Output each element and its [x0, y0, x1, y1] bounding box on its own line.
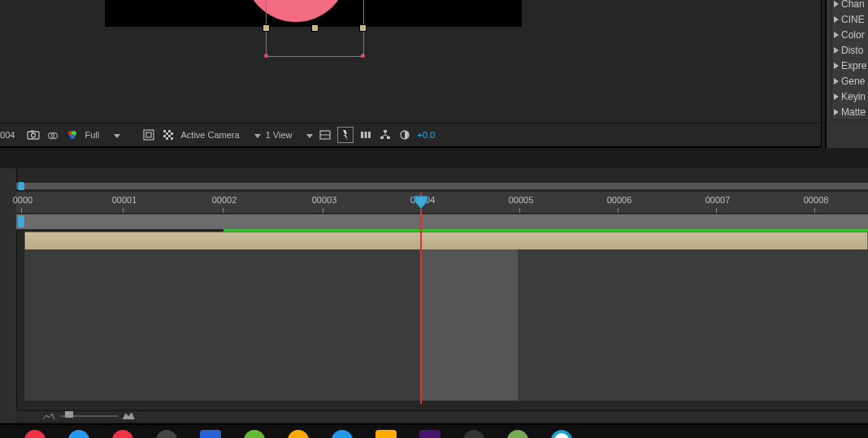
color-management-icon[interactable]	[65, 128, 80, 142]
time-selection	[420, 249, 518, 401]
ruler-tick-label: 0000	[7, 195, 39, 205]
taskbar-app-icon[interactable]	[24, 430, 46, 438]
svg-rect-26	[387, 137, 390, 139]
time-ruler[interactable]: 0000 00001 00002 00003 00004 00005 00006…	[16, 191, 868, 214]
taskbar-app-icon[interactable]	[288, 430, 309, 438]
path-vertex[interactable]	[361, 54, 365, 58]
svg-rect-10	[163, 130, 166, 132]
timeline-navigator[interactable]	[16, 183, 868, 189]
chevron-right-icon	[834, 1, 839, 7]
ruler-tick-label: 00002	[208, 195, 241, 205]
3d-view-dropdown[interactable]: Active Camera	[180, 130, 260, 140]
taskbar-app-icon[interactable]	[419, 430, 441, 438]
zoom-in-icon[interactable]	[122, 412, 135, 422]
svg-rect-15	[168, 135, 171, 137]
ruler-tick-label: 00007	[701, 195, 734, 205]
effect-category[interactable]: Keyin	[832, 89, 868, 104]
chevron-right-icon	[834, 32, 839, 38]
taskbar-app-icon[interactable]	[551, 430, 572, 438]
zoom-slider-handle[interactable]	[65, 411, 73, 418]
effect-category[interactable]: Gene	[832, 73, 868, 89]
chevron-right-icon	[834, 109, 839, 115]
svg-rect-25	[380, 137, 384, 139]
effect-label: CINE	[841, 14, 865, 25]
effect-label: Expre	[841, 60, 866, 72]
taskbar-app-icon[interactable]	[244, 430, 265, 438]
region-of-interest-icon[interactable]	[141, 128, 156, 142]
svg-marker-31	[414, 196, 427, 209]
taskbar-app-icon[interactable]	[200, 430, 221, 438]
panel-splitter[interactable]	[0, 148, 868, 168]
playhead-line	[420, 193, 422, 404]
svg-line-29	[385, 135, 388, 137]
composition-panel: 0004 Full Active Camera 1 View	[0, 0, 822, 148]
effect-category[interactable]: Matte	[832, 104, 868, 119]
show-channels-icon[interactable]	[46, 128, 60, 142]
timeline-panel: 0000 00001 00002 00003 00004 00005 00006…	[0, 168, 868, 423]
svg-rect-24	[384, 130, 387, 132]
taskbar-app-icon[interactable]	[507, 430, 528, 438]
taskbar-app-icon[interactable]	[463, 430, 484, 438]
windows-taskbar	[0, 423, 868, 438]
ruler-tick-label: 00005	[505, 195, 537, 205]
svg-rect-21	[361, 132, 363, 138]
playhead[interactable]	[414, 195, 428, 208]
ruler-tick-label: 00003	[308, 195, 341, 205]
taskbar-app-icon[interactable]	[112, 430, 133, 438]
snapshot-icon[interactable]	[26, 128, 41, 142]
view-layout-dropdown[interactable]: 1 View	[266, 130, 314, 140]
svg-rect-17	[171, 137, 173, 140]
taskbar-app-icon[interactable]	[332, 430, 353, 438]
resize-handle[interactable]	[359, 24, 367, 32]
fast-previews-icon[interactable]	[337, 127, 354, 143]
resize-handle[interactable]	[263, 24, 270, 32]
svg-rect-12	[166, 132, 168, 135]
composition-footer: 0004 Full Active Camera 1 View	[0, 123, 821, 148]
pixel-aspect-icon[interactable]	[318, 128, 332, 142]
current-frame-readout[interactable]: 0004	[0, 130, 15, 140]
chevron-right-icon	[834, 63, 839, 69]
svg-point-7	[70, 134, 75, 139]
effects-panel: Chan CINE Color Disto Expre Gene Keyin M…	[825, 0, 868, 148]
effect-label: Matte	[841, 106, 866, 118]
chevron-right-icon	[834, 78, 839, 85]
timeline-track-area[interactable]	[24, 249, 868, 401]
ruler-tick-label: 00006	[603, 195, 636, 205]
zoom-out-icon[interactable]	[42, 412, 55, 422]
transparency-grid-icon[interactable]	[161, 128, 176, 142]
work-area-start-handle[interactable]	[18, 215, 24, 228]
effect-category[interactable]: Disto	[832, 42, 868, 58]
resolution-dropdown[interactable]: Full	[85, 130, 137, 140]
taskbar-app-icon[interactable]	[375, 430, 397, 438]
timeline-zoom-bar	[16, 410, 868, 421]
path-vertex[interactable]	[264, 54, 268, 58]
svg-rect-22	[365, 132, 367, 138]
svg-line-28	[382, 135, 385, 137]
taskbar-app-icon[interactable]	[68, 430, 89, 438]
effect-category[interactable]: Color	[832, 27, 868, 42]
exposure-value[interactable]: +0.0	[417, 130, 435, 140]
flowchart-icon[interactable]	[378, 128, 393, 142]
effect-label: Color	[841, 29, 865, 41]
svg-rect-9	[146, 132, 151, 137]
chevron-right-icon	[834, 47, 839, 54]
timeline-icon[interactable]	[358, 128, 373, 142]
svg-rect-11	[168, 130, 171, 132]
chevron-right-icon	[834, 16, 839, 23]
effect-category[interactable]: CINE	[832, 11, 868, 27]
reset-exposure-icon[interactable]	[397, 128, 412, 142]
effects-list: Chan CINE Color Disto Expre Gene Keyin M…	[831, 0, 868, 120]
effect-category[interactable]: Expre	[832, 58, 868, 73]
svg-rect-14	[163, 135, 166, 137]
navigator-start-handle[interactable]	[18, 182, 24, 190]
effect-label: Gene	[841, 76, 865, 87]
effect-label: Keyin	[841, 91, 866, 102]
taskbar-app-icon[interactable]	[156, 430, 177, 438]
work-area-bar[interactable]	[16, 214, 868, 230]
svg-rect-13	[171, 132, 173, 135]
layer-bar[interactable]	[24, 232, 868, 251]
resize-handle[interactable]	[311, 24, 319, 32]
effect-label: Disto	[841, 45, 863, 56]
effect-category[interactable]: Chan	[832, 0, 868, 11]
ruler-tick-label: 00008	[800, 195, 832, 205]
